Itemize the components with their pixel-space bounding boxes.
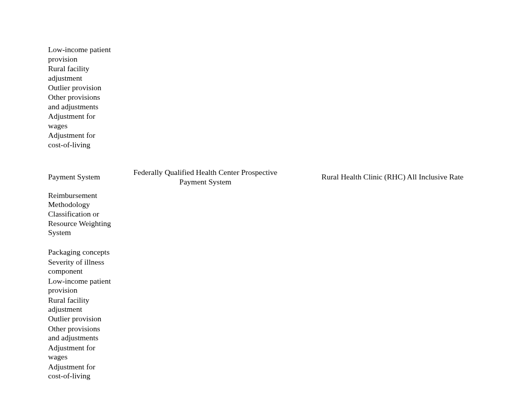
empty-cell — [296, 314, 489, 324]
empty-cell — [115, 257, 296, 276]
empty-cell — [230, 64, 361, 83]
empty-cell — [296, 257, 489, 276]
row-label: Low-income patient provision — [43, 276, 115, 295]
empty-cell — [361, 93, 489, 112]
empty-cell — [296, 276, 489, 295]
empty-cell — [296, 362, 489, 381]
row-label: Rural facility adjustment — [43, 64, 115, 83]
empty-cell — [115, 324, 296, 343]
row-label: Adjustment for wages — [43, 343, 115, 362]
row-label: Adjustment for wages — [43, 112, 115, 131]
empty-cell — [361, 112, 489, 131]
empty-cell — [115, 112, 230, 131]
table-row: Packaging concepts — [43, 248, 489, 257]
row-label: Severity of illness component — [43, 257, 115, 276]
header-col-a: Federally Qualified Health Center Prospe… — [115, 164, 296, 190]
empty-cell — [115, 190, 296, 210]
empty-cell — [115, 64, 230, 83]
empty-cell — [115, 295, 296, 314]
table-row: Adjustment for cost-of-living — [43, 131, 489, 150]
empty-cell — [230, 83, 361, 93]
table-row: Other provisions and adjustments — [43, 93, 489, 112]
empty-cell — [115, 314, 296, 324]
table-row: Other provisions and adjustments — [43, 324, 489, 343]
payment-system-table-2: Payment System Federally Qualified Healt… — [43, 164, 489, 381]
empty-cell — [361, 83, 489, 93]
row-label: Adjustment for cost-of-living — [43, 131, 115, 150]
empty-cell — [361, 45, 489, 64]
header-label: Payment System — [43, 164, 115, 190]
empty-cell — [296, 295, 489, 314]
empty-cell — [296, 210, 489, 238]
empty-cell — [296, 343, 489, 362]
table-row: Rural facility adjustment — [43, 64, 489, 83]
row-label: Classification or Resource Weighting Sys… — [43, 210, 115, 238]
header-col-b: Rural Health Clinic (RHC) All Inclusive … — [296, 164, 489, 190]
table-row: Low-income patient provision — [43, 276, 489, 295]
empty-cell — [230, 45, 361, 64]
row-label: Low-income patient provision — [43, 45, 115, 64]
row-label: Rural facility adjustment — [43, 295, 115, 314]
row-label: Other provisions and adjustments — [43, 93, 115, 112]
table-row: Low-income patient provision — [43, 45, 489, 64]
empty-cell — [296, 190, 489, 210]
table-row: Outlier provision — [43, 314, 489, 324]
table-row: Rural facility adjustment — [43, 295, 489, 314]
row-label: Packaging concepts — [43, 248, 115, 257]
empty-cell — [115, 45, 230, 64]
table-row: Adjustment for cost-of-living — [43, 362, 489, 381]
spacer-row — [43, 238, 489, 248]
empty-cell — [230, 112, 361, 131]
empty-cell — [296, 248, 489, 257]
empty-cell — [115, 276, 296, 295]
empty-cell — [361, 131, 489, 150]
empty-cell — [230, 131, 361, 150]
table-row: Adjustment for wages — [43, 343, 489, 362]
empty-cell — [115, 131, 230, 150]
empty-cell — [115, 93, 230, 112]
empty-cell — [230, 93, 361, 112]
row-label: Outlier provision — [43, 83, 115, 93]
empty-cell — [296, 324, 489, 343]
table-header-row: Payment System Federally Qualified Healt… — [43, 164, 489, 190]
table-row: Outlier provision — [43, 83, 489, 93]
empty-cell — [115, 210, 296, 238]
empty-cell — [115, 362, 296, 381]
table-row: Reimbursement Methodology — [43, 190, 489, 210]
empty-cell — [115, 343, 296, 362]
empty-cell — [115, 83, 230, 93]
payment-system-table-1: Low-income patient provision Rural facil… — [43, 45, 489, 150]
table-row: Classification or Resource Weighting Sys… — [43, 210, 489, 238]
empty-cell — [361, 64, 489, 83]
empty-cell — [115, 248, 296, 257]
row-label: Reimbursement Methodology — [43, 190, 115, 210]
row-label: Other provisions and adjustments — [43, 324, 115, 343]
row-label: Adjustment for cost-of-living — [43, 362, 115, 381]
table-row: Adjustment for wages — [43, 112, 489, 131]
row-label: Outlier provision — [43, 314, 115, 324]
table-row: Severity of illness component — [43, 257, 489, 276]
